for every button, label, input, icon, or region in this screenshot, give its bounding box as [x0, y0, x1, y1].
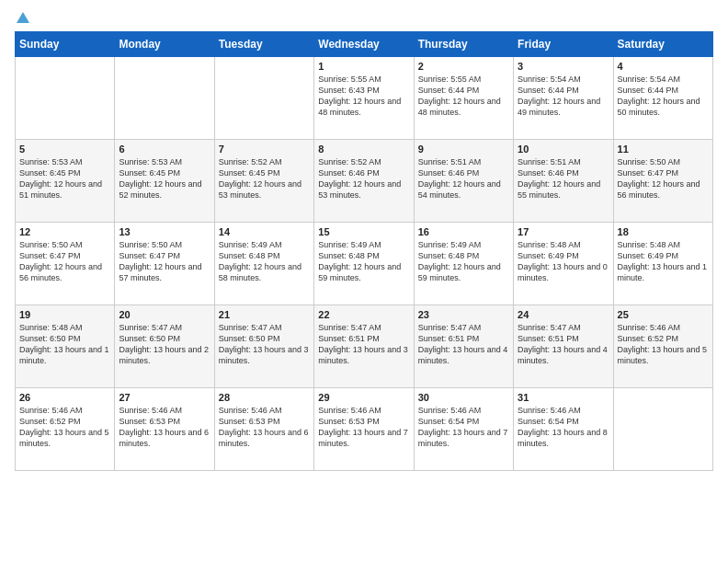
day-number: 26 [19, 392, 110, 403]
calendar-week-4: 26Sunrise: 5:46 AM Sunset: 6:52 PM Dayli… [16, 388, 713, 471]
day-content: Sunrise: 5:46 AM Sunset: 6:53 PM Dayligh… [318, 405, 409, 450]
day-content: Sunrise: 5:47 AM Sunset: 6:50 PM Dayligh… [219, 322, 310, 367]
calendar-cell: 9Sunrise: 5:51 AM Sunset: 6:46 PM Daylig… [414, 140, 513, 223]
day-content: Sunrise: 5:46 AM Sunset: 6:54 PM Dayligh… [518, 405, 609, 450]
day-content: Sunrise: 5:51 AM Sunset: 6:46 PM Dayligh… [518, 156, 609, 201]
calendar-cell: 11Sunrise: 5:50 AM Sunset: 6:47 PM Dayli… [613, 140, 712, 223]
calendar-cell: 15Sunrise: 5:49 AM Sunset: 6:48 PM Dayli… [314, 223, 414, 305]
calendar-week-3: 19Sunrise: 5:48 AM Sunset: 6:50 PM Dayli… [16, 305, 713, 388]
calendar-cell: 22Sunrise: 5:47 AM Sunset: 6:51 PM Dayli… [314, 305, 414, 388]
day-number: 24 [518, 309, 609, 320]
day-number: 27 [119, 392, 210, 403]
day-number: 12 [19, 226, 110, 237]
day-content: Sunrise: 5:50 AM Sunset: 6:47 PM Dayligh… [119, 239, 210, 284]
header-sunday: Sunday [16, 32, 115, 57]
calendar-cell: 31Sunrise: 5:46 AM Sunset: 6:54 PM Dayli… [514, 388, 613, 471]
calendar-cell: 2Sunrise: 5:55 AM Sunset: 6:44 PM Daylig… [414, 57, 513, 140]
calendar-cell: 4Sunrise: 5:54 AM Sunset: 6:44 PM Daylig… [613, 57, 712, 140]
day-number: 31 [518, 392, 609, 403]
day-number: 5 [19, 144, 110, 155]
calendar-cell: 25Sunrise: 5:46 AM Sunset: 6:52 PM Dayli… [613, 305, 712, 388]
calendar-cell: 3Sunrise: 5:54 AM Sunset: 6:44 PM Daylig… [514, 57, 613, 140]
calendar-week-2: 12Sunrise: 5:50 AM Sunset: 6:47 PM Dayli… [16, 223, 713, 305]
day-number: 4 [618, 61, 709, 72]
calendar-cell: 1Sunrise: 5:55 AM Sunset: 6:43 PM Daylig… [314, 57, 414, 140]
day-content: Sunrise: 5:48 AM Sunset: 6:49 PM Dayligh… [618, 239, 709, 284]
day-number: 3 [518, 61, 609, 72]
calendar-cell [115, 57, 214, 140]
day-number: 16 [418, 226, 509, 237]
day-number: 11 [618, 144, 709, 155]
calendar-cell: 26Sunrise: 5:46 AM Sunset: 6:52 PM Dayli… [16, 388, 115, 471]
header-tuesday: Tuesday [214, 32, 313, 57]
day-number: 7 [219, 144, 310, 155]
logo-triangle-icon [17, 12, 29, 23]
day-content: Sunrise: 5:51 AM Sunset: 6:46 PM Dayligh… [418, 156, 509, 201]
header-saturday: Saturday [613, 32, 712, 57]
day-number: 29 [318, 392, 409, 403]
day-number: 23 [418, 309, 509, 320]
day-content: Sunrise: 5:46 AM Sunset: 6:53 PM Dayligh… [219, 405, 310, 450]
day-content: Sunrise: 5:54 AM Sunset: 6:44 PM Dayligh… [618, 74, 709, 119]
day-content: Sunrise: 5:55 AM Sunset: 6:44 PM Dayligh… [418, 74, 509, 119]
day-content: Sunrise: 5:49 AM Sunset: 6:48 PM Dayligh… [219, 239, 310, 284]
calendar-table: SundayMondayTuesdayWednesdayThursdayFrid… [15, 31, 713, 471]
header-row: SundayMondayTuesdayWednesdayThursdayFrid… [16, 32, 713, 57]
calendar-cell [613, 388, 712, 471]
calendar-cell: 10Sunrise: 5:51 AM Sunset: 6:46 PM Dayli… [514, 140, 613, 223]
day-number: 2 [418, 61, 509, 72]
day-number: 30 [418, 392, 509, 403]
page-header [15, 15, 713, 22]
day-content: Sunrise: 5:47 AM Sunset: 6:51 PM Dayligh… [418, 322, 509, 367]
calendar-cell: 28Sunrise: 5:46 AM Sunset: 6:53 PM Dayli… [214, 388, 313, 471]
calendar-week-0: 1Sunrise: 5:55 AM Sunset: 6:43 PM Daylig… [16, 57, 713, 140]
header-monday: Monday [115, 32, 214, 57]
day-content: Sunrise: 5:50 AM Sunset: 6:47 PM Dayligh… [618, 156, 709, 201]
calendar-cell: 30Sunrise: 5:46 AM Sunset: 6:54 PM Dayli… [414, 388, 513, 471]
day-number: 8 [318, 144, 409, 155]
header-wednesday: Wednesday [314, 32, 414, 57]
calendar-cell: 23Sunrise: 5:47 AM Sunset: 6:51 PM Dayli… [414, 305, 513, 388]
day-content: Sunrise: 5:47 AM Sunset: 6:51 PM Dayligh… [518, 322, 609, 367]
day-number: 17 [518, 226, 609, 237]
day-number: 15 [318, 226, 409, 237]
day-content: Sunrise: 5:54 AM Sunset: 6:44 PM Dayligh… [518, 74, 609, 119]
day-number: 1 [318, 61, 409, 72]
calendar-body: 1Sunrise: 5:55 AM Sunset: 6:43 PM Daylig… [16, 57, 713, 471]
header-friday: Friday [514, 32, 613, 57]
calendar-cell: 16Sunrise: 5:49 AM Sunset: 6:48 PM Dayli… [414, 223, 513, 305]
calendar-cell: 27Sunrise: 5:46 AM Sunset: 6:53 PM Dayli… [115, 388, 214, 471]
day-number: 19 [19, 309, 110, 320]
day-content: Sunrise: 5:47 AM Sunset: 6:50 PM Dayligh… [119, 322, 210, 367]
day-number: 9 [418, 144, 509, 155]
calendar-cell: 7Sunrise: 5:52 AM Sunset: 6:45 PM Daylig… [214, 140, 313, 223]
calendar-cell: 21Sunrise: 5:47 AM Sunset: 6:50 PM Dayli… [214, 305, 313, 388]
calendar-cell: 5Sunrise: 5:53 AM Sunset: 6:45 PM Daylig… [16, 140, 115, 223]
day-content: Sunrise: 5:46 AM Sunset: 6:52 PM Dayligh… [618, 322, 709, 367]
logo [15, 15, 29, 22]
day-content: Sunrise: 5:48 AM Sunset: 6:49 PM Dayligh… [518, 239, 609, 284]
day-content: Sunrise: 5:47 AM Sunset: 6:51 PM Dayligh… [318, 322, 409, 367]
calendar-cell: 18Sunrise: 5:48 AM Sunset: 6:49 PM Dayli… [613, 223, 712, 305]
day-content: Sunrise: 5:55 AM Sunset: 6:43 PM Dayligh… [318, 74, 409, 119]
calendar-cell [16, 57, 115, 140]
day-number: 28 [219, 392, 310, 403]
day-number: 22 [318, 309, 409, 320]
day-content: Sunrise: 5:53 AM Sunset: 6:45 PM Dayligh… [119, 156, 210, 201]
calendar-cell: 20Sunrise: 5:47 AM Sunset: 6:50 PM Dayli… [115, 305, 214, 388]
day-number: 18 [618, 226, 709, 237]
day-number: 10 [518, 144, 609, 155]
day-content: Sunrise: 5:52 AM Sunset: 6:45 PM Dayligh… [219, 156, 310, 201]
calendar-cell: 19Sunrise: 5:48 AM Sunset: 6:50 PM Dayli… [16, 305, 115, 388]
day-content: Sunrise: 5:46 AM Sunset: 6:53 PM Dayligh… [119, 405, 210, 450]
day-content: Sunrise: 5:49 AM Sunset: 6:48 PM Dayligh… [418, 239, 509, 284]
calendar-cell: 24Sunrise: 5:47 AM Sunset: 6:51 PM Dayli… [514, 305, 613, 388]
calendar-cell: 29Sunrise: 5:46 AM Sunset: 6:53 PM Dayli… [314, 388, 414, 471]
calendar-cell: 13Sunrise: 5:50 AM Sunset: 6:47 PM Dayli… [115, 223, 214, 305]
day-number: 21 [219, 309, 310, 320]
day-content: Sunrise: 5:46 AM Sunset: 6:52 PM Dayligh… [19, 405, 110, 450]
day-content: Sunrise: 5:48 AM Sunset: 6:50 PM Dayligh… [19, 322, 110, 367]
day-content: Sunrise: 5:46 AM Sunset: 6:54 PM Dayligh… [418, 405, 509, 450]
calendar-week-1: 5Sunrise: 5:53 AM Sunset: 6:45 PM Daylig… [16, 140, 713, 223]
calendar-cell: 6Sunrise: 5:53 AM Sunset: 6:45 PM Daylig… [115, 140, 214, 223]
